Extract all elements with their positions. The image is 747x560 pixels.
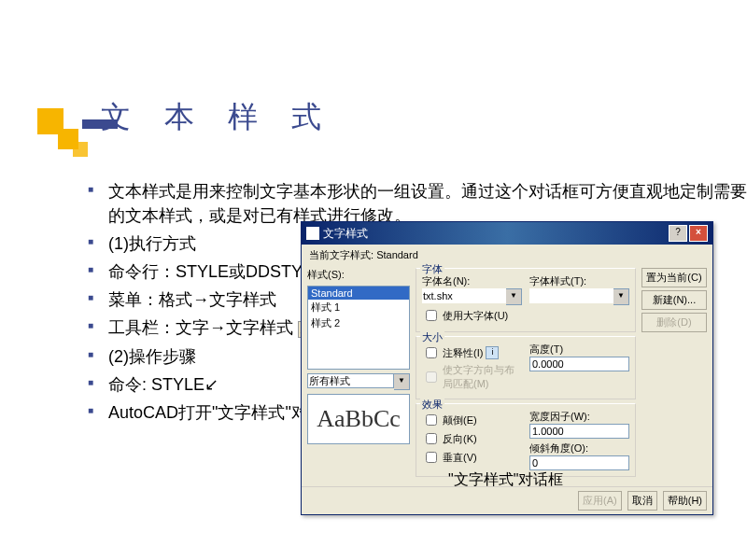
effects-group: 效果 颠倒(E) 反向(K) 垂直(V) 宽度因子(W): 倾斜角度(O): (416, 403, 636, 477)
font-style-label: 字体样式(T): (529, 274, 629, 288)
style-filter-combo[interactable]: ▼ (307, 373, 410, 390)
oblique-input[interactable] (529, 455, 629, 470)
current-style-value: Standard (376, 249, 418, 260)
list-item[interactable]: 样式 1 (308, 300, 409, 315)
help-icon[interactable]: ? (669, 225, 687, 242)
width-input[interactable] (529, 424, 629, 439)
font-style-combo[interactable]: ▼ (529, 288, 629, 305)
annotative-checkbox[interactable]: 注释性(I) i (422, 344, 522, 361)
checkbox-label: 使文字方向与布局匹配(M) (443, 363, 522, 391)
checkbox-label: 反向(K) (443, 432, 477, 446)
font-name-input[interactable] (422, 288, 506, 303)
chevron-down-icon[interactable]: ▼ (613, 288, 629, 305)
set-current-button[interactable]: 置为当前(C) (641, 268, 707, 287)
chevron-down-icon[interactable]: ▼ (394, 373, 410, 390)
cancel-button[interactable]: 取消 (627, 491, 657, 511)
group-legend: 效果 (420, 398, 444, 412)
delete-button: 删除(D) (641, 313, 707, 332)
vertical-checkbox[interactable]: 垂直(V) (422, 449, 522, 466)
height-label: 高度(T) (529, 343, 629, 357)
checkbox-label: 颠倒(E) (443, 413, 477, 427)
width-label: 宽度因子(W): (529, 410, 629, 424)
match-orient-checkbox: 使文字方向与布局匹配(M) (422, 363, 522, 391)
oblique-label: 倾斜角度(O): (529, 441, 629, 455)
font-preview: AaBbCc (307, 394, 410, 444)
checkbox-label: 注释性(I) (443, 346, 483, 360)
styles-label: 样式(S): (307, 268, 410, 282)
list-item[interactable]: 样式 2 (308, 315, 409, 331)
group-legend: 大小 (420, 330, 444, 344)
style-listbox[interactable]: Standard 样式 1 样式 2 (307, 286, 410, 370)
group-legend: 字体 (420, 262, 444, 276)
help-button[interactable]: 帮助(H) (663, 491, 707, 511)
dialog-title: 文字样式 (323, 226, 368, 242)
page-title: 文 本 样 式 (101, 97, 334, 138)
info-icon[interactable]: i (486, 346, 499, 359)
big-font-checkbox[interactable]: 使用大字体(U) (422, 307, 629, 324)
dialog-icon (306, 227, 319, 240)
chevron-down-icon[interactable]: ▼ (506, 288, 522, 305)
font-name-label: 字体名(N): (422, 274, 522, 288)
bullet-text: 工具栏：文字→文字样式 (108, 318, 293, 337)
height-input[interactable] (529, 357, 629, 371)
style-filter-input[interactable] (307, 373, 394, 388)
list-item[interactable]: Standard (308, 287, 409, 300)
font-group: 字体 字体名(N): ▼ 字体样式(T): ▼ 使用大字体(U) (416, 268, 636, 332)
upside-checkbox[interactable]: 颠倒(E) (422, 412, 522, 428)
size-group: 大小 注释性(I) i 使文字方向与布局匹配(M) 高度(T) (416, 336, 636, 399)
backwards-checkbox[interactable]: 反向(K) (422, 430, 522, 447)
figure-caption: "文字样式"对话框 (448, 470, 563, 490)
font-style-input[interactable] (529, 288, 613, 303)
checkbox-label: 垂直(V) (443, 451, 477, 465)
current-style-label: 当前文字样式: (309, 249, 374, 260)
checkbox-label: 使用大字体(U) (443, 309, 508, 323)
apply-button: 应用(A) (578, 491, 622, 511)
dialog-titlebar: 文字样式 ?× (302, 222, 712, 245)
close-icon[interactable]: × (689, 225, 708, 242)
new-button[interactable]: 新建(N)... (641, 290, 707, 310)
font-name-combo[interactable]: ▼ (422, 288, 522, 305)
